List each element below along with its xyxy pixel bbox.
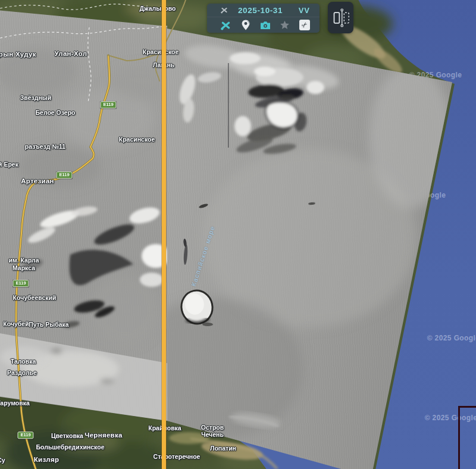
layer-toolbar: 2025-10-31 VV — [207, 4, 320, 33]
date-selector[interactable]: 2025-10-31 — [238, 6, 283, 15]
camera-icon[interactable] — [260, 21, 271, 30]
star-icon[interactable] — [280, 20, 290, 30]
compare-swipe-line[interactable] — [162, 0, 166, 469]
roads-overlay — [0, 0, 476, 469]
location-pin-icon[interactable] — [241, 20, 250, 30]
app-root: { "app": { "view": "satellite-compare-vi… — [0, 0, 476, 469]
scissors-icon[interactable]: ✂ — [299, 20, 310, 30]
aoi-rectangle — [458, 406, 476, 469]
crossed-tools-icon[interactable] — [220, 6, 228, 14]
crossed-tools-icon[interactable] — [220, 20, 231, 31]
polarization-selector[interactable]: VV — [299, 6, 310, 15]
split-compare-icon[interactable] — [328, 2, 353, 33]
toolbar-row-1: 2025-10-31 VV — [207, 4, 320, 17]
map-canvas[interactable]: © 2025 Google© 2025 Google© 2025 Google©… — [0, 0, 476, 469]
toolbar-row-2: ✂ — [207, 17, 320, 33]
